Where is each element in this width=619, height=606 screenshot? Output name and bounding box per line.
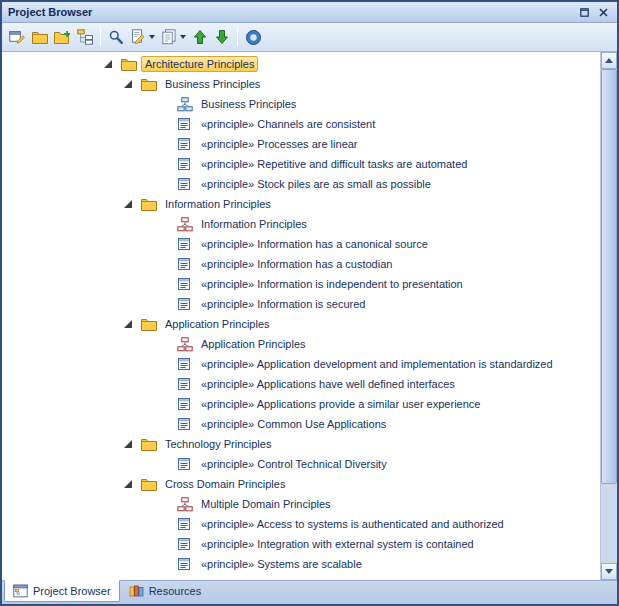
principle-icon	[177, 557, 191, 571]
tree-item[interactable]: Information Principles	[2, 194, 600, 214]
tree-item-icon-slot	[177, 217, 197, 232]
principle-icon	[177, 237, 191, 251]
tree-item-icon-slot	[177, 297, 197, 311]
tree-item-label[interactable]: «principle» Systems are scalable	[197, 556, 366, 572]
tree-item[interactable]: «principle» Information is independent t…	[2, 274, 600, 294]
tree-item-label[interactable]: Application Principles	[197, 336, 310, 352]
tree-item-icon-slot	[177, 397, 197, 411]
tree-item-label[interactable]: «principle» Common Use Applications	[197, 416, 390, 432]
tree-item-label[interactable]: «principle» Processes are linear	[197, 136, 362, 152]
tab-project-browser[interactable]: Project Browser	[4, 580, 120, 602]
expanded-triangle-icon	[124, 80, 132, 88]
dropdown-arrow-icon[interactable]	[180, 35, 186, 39]
tree-item-label[interactable]: «principle» Channels are consistent	[197, 116, 379, 132]
tree-item-label[interactable]: «principle» Control Technical Diversity	[197, 456, 391, 472]
tab-label: Resources	[149, 585, 202, 597]
tree-item[interactable]: Application Principles	[2, 314, 600, 334]
tree-item-label[interactable]: Architecture Principles	[141, 56, 258, 72]
dropdown-arrow-icon[interactable]	[149, 35, 155, 39]
project-browser-window: Project Browser Architecture PrinciplesB…	[0, 0, 619, 606]
tree-item[interactable]: «principle» Common Use Applications	[2, 414, 600, 434]
tree-item-label[interactable]: Technology Principles	[161, 436, 275, 452]
principle-icon	[177, 417, 191, 431]
tree-item[interactable]: «principle» Information has a custodian	[2, 254, 600, 274]
tab-label: Project Browser	[33, 585, 111, 597]
tree-item-label[interactable]: «principle» Stock piles are as small as …	[197, 176, 435, 192]
move-up-button[interactable]	[189, 26, 211, 48]
tree-item-label[interactable]: Information Principles	[161, 196, 275, 212]
expanded-triangle-icon	[124, 480, 132, 488]
help-button[interactable]	[242, 26, 265, 48]
tree-item[interactable]: Information Principles	[2, 214, 600, 234]
new-child-package-button[interactable]	[51, 26, 74, 48]
tree-item[interactable]: «principle» Applications have well defin…	[2, 374, 600, 394]
tree-item-label[interactable]: Business Principles	[161, 76, 264, 92]
tree-item[interactable]: Business Principles	[2, 94, 600, 114]
expand-toggle[interactable]	[124, 440, 141, 448]
new-diagram-button[interactable]	[127, 26, 158, 48]
tree-item[interactable]: «principle» Control Technical Diversity	[2, 454, 600, 474]
tree-item[interactable]: «principle» Integration with external sy…	[2, 534, 600, 554]
tree-item-icon-slot	[177, 357, 197, 371]
tree-item-label[interactable]: Application Principles	[161, 316, 274, 332]
scroll-down-button[interactable]	[601, 563, 617, 580]
tree-item-label[interactable]: «principle» Information is secured	[197, 296, 369, 312]
tree-item[interactable]: Business Principles	[2, 74, 600, 94]
expand-toggle[interactable]	[124, 200, 141, 208]
tree-item-label[interactable]: Information Principles	[197, 216, 311, 232]
titlebar[interactable]: Project Browser	[2, 2, 617, 23]
tree-item-icon-slot	[141, 198, 161, 211]
tree-item[interactable]: «principle» Access to systems is authent…	[2, 514, 600, 534]
tree-item-label[interactable]: «principle» Information has a custodian	[197, 256, 396, 272]
move-down-icon	[215, 29, 229, 45]
close-button[interactable]	[595, 5, 611, 19]
tree-item[interactable]: Cross Domain Principles	[2, 474, 600, 494]
expand-toggle[interactable]	[124, 80, 141, 88]
expand-toggle[interactable]	[124, 480, 141, 488]
tab-resources[interactable]: Resources	[120, 580, 211, 602]
tree-item-label[interactable]: «principle» Applications provide a simil…	[197, 396, 484, 412]
tree-item-label[interactable]: «principle» Access to systems is authent…	[197, 516, 508, 532]
scrollbar-thumb[interactable]	[601, 69, 617, 484]
tree-item[interactable]: «principle» Applications provide a simil…	[2, 394, 600, 414]
diagram-blue-icon	[177, 97, 193, 112]
tree-item[interactable]: «principle» Information has a canonical …	[2, 234, 600, 254]
tree-item[interactable]: «principle» Systems are scalable	[2, 554, 600, 574]
tree-item-icon-slot	[141, 478, 161, 491]
tree-item[interactable]: «principle» Application development and …	[2, 354, 600, 374]
expanded-triangle-icon	[124, 440, 132, 448]
tree-item[interactable]: Multiple Domain Principles	[2, 494, 600, 514]
find-in-browser-button[interactable]	[105, 26, 127, 48]
tree-item-label[interactable]: «principle» Application development and …	[197, 356, 557, 372]
folder-icon	[141, 198, 157, 211]
expand-toggle[interactable]	[104, 60, 121, 68]
tree-item[interactable]: Application Principles	[2, 334, 600, 354]
scrollbar-track[interactable]	[601, 69, 617, 563]
tree-item-label[interactable]: Cross Domain Principles	[161, 476, 289, 492]
tree-item[interactable]: «principle» Stock piles are as small as …	[2, 174, 600, 194]
tree-item[interactable]: Technology Principles	[2, 434, 600, 454]
tree-item-icon-slot	[177, 537, 197, 551]
find-in-browser-icon	[108, 29, 124, 45]
tree-item-label[interactable]: «principle» Applications have well defin…	[197, 376, 459, 392]
tree-item-label[interactable]: Business Principles	[197, 96, 300, 112]
move-down-button[interactable]	[211, 26, 233, 48]
tree-item[interactable]: «principle» Repetitive and difficult tas…	[2, 154, 600, 174]
new-model-button[interactable]	[6, 26, 29, 48]
new-package-button[interactable]	[29, 26, 51, 48]
tree-item[interactable]: Architecture Principles	[2, 54, 600, 74]
expand-toggle[interactable]	[124, 320, 141, 328]
tree-item-label[interactable]: Multiple Domain Principles	[197, 496, 335, 512]
tree-item[interactable]: «principle» Information is secured	[2, 294, 600, 314]
vertical-scrollbar[interactable]	[600, 52, 617, 580]
tree-item-label[interactable]: «principle» Integration with external sy…	[197, 536, 478, 552]
tree-item-label[interactable]: «principle» Information has a canonical …	[197, 236, 432, 252]
scroll-up-button[interactable]	[601, 52, 617, 69]
tree-item-label[interactable]: «principle» Repetitive and difficult tas…	[197, 156, 471, 172]
tree-item[interactable]: «principle» Channels are consistent	[2, 114, 600, 134]
tree-item[interactable]: «principle» Processes are linear	[2, 134, 600, 154]
float-button[interactable]	[576, 5, 592, 19]
package-browser-button[interactable]	[74, 26, 96, 48]
documentation-button[interactable]	[158, 26, 189, 48]
tree-item-label[interactable]: «principle» Information is independent t…	[197, 276, 467, 292]
